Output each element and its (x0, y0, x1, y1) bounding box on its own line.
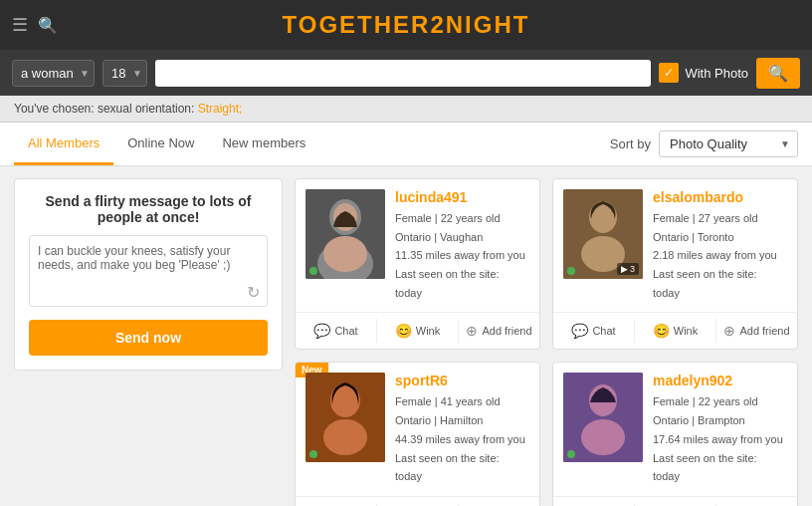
member-details: Female | 41 years old Ontario | Hamilton… (395, 392, 529, 485)
member-details: Female | 22 years old Ontario | Brampton… (653, 392, 787, 485)
svg-point-9 (330, 383, 360, 417)
tab-new-members[interactable]: New members (208, 123, 319, 165)
gender-select-wrap: a woman a man ▼ (12, 60, 95, 87)
video-count: 3 (630, 264, 635, 274)
main-content: Send a flirty message to lots of people … (0, 166, 812, 506)
add-friend-button[interactable]: ⊕ Add friend (716, 319, 797, 343)
member-card-top: madelyn902 Female | 22 years old Ontario… (553, 363, 797, 495)
members-grid: lucinda491 Female | 22 years old Ontario… (295, 178, 798, 506)
member-name[interactable]: lucinda491 (395, 189, 529, 205)
sort-select[interactable]: Photo Quality Last seen Distance New mem… (659, 130, 798, 157)
with-photo-label: With Photo (685, 66, 748, 81)
add-friend-label: Add friend (482, 325, 531, 337)
member-distance: 44.39 miles away from you (395, 430, 529, 449)
member-photo (305, 373, 385, 462)
svg-point-13 (581, 419, 625, 455)
member-card: madelyn902 Female | 22 years old Ontario… (552, 362, 798, 506)
left-panel: Send a flirty message to lots of people … (14, 178, 283, 506)
member-info: lucinda491 Female | 22 years old Ontario… (395, 189, 529, 302)
member-info: madelyn902 Female | 22 years old Ontario… (653, 373, 787, 485)
member-last-seen: Last seen on the site: (395, 265, 529, 284)
member-photo (305, 189, 385, 279)
tabs-row: All Members Online Now New members Sort … (0, 123, 812, 166)
member-detail-line2: Ontario | Hamilton (395, 411, 529, 430)
member-actions: 💬 Chat 😊 Wink ⊕ Add friend (296, 312, 539, 349)
refresh-message-button[interactable]: ↻ (247, 283, 260, 302)
tab-online-now[interactable]: Online Now (113, 123, 208, 165)
chat-button[interactable]: 💬 Chat (296, 319, 377, 343)
member-card: New sportR6 Female | 41 years old On (295, 362, 540, 506)
member-details: Female | 27 years old Ontario | Toronto … (653, 209, 787, 302)
member-actions: 💬 Chat 😊 Wink ⊕ Add friend (553, 312, 797, 349)
member-last-seen: Last seen on the site: (395, 449, 529, 468)
member-photo: ▶ 3 (563, 189, 643, 279)
orientation-prefix: You've chosen: sexual orientation: (14, 102, 194, 116)
member-name[interactable]: elsalombardo (653, 189, 787, 205)
member-card-top: ▶ 3 elsalombardo Female | 27 years old O… (553, 179, 797, 312)
member-last-seen: Last seen on the site: (653, 265, 787, 284)
chat-icon: 💬 (313, 323, 330, 339)
video-icon: ▶ (621, 264, 628, 274)
chat-button[interactable]: 💬 Chat (553, 319, 635, 343)
send-now-button[interactable]: Send now (29, 320, 268, 356)
send-message-title: Send a flirty message to lots of people … (29, 193, 268, 225)
message-textarea[interactable]: I can buckle your knees, satisfy your ne… (29, 235, 268, 307)
member-detail-line1: Female | 22 years old (395, 209, 529, 228)
logo-text: TOGETHER (283, 11, 431, 38)
search-bar: a woman a man ▼ 18192021 ▼ ✓ With Photo … (0, 50, 812, 96)
search-button[interactable]: 🔍 (756, 58, 800, 89)
member-distance: 2.18 miles away from you (653, 246, 787, 265)
member-name[interactable]: madelyn902 (653, 373, 787, 388)
sort-wrap: Sort by Photo Quality Last seen Distance… (610, 130, 798, 157)
member-card-top: lucinda491 Female | 22 years old Ontario… (296, 179, 539, 312)
member-last-seen-time: today (395, 284, 529, 303)
header: ☰ 🔍 TOGETHER2NIGHT (0, 0, 812, 50)
header-search-icon[interactable]: 🔍 (38, 16, 58, 35)
logo-accent: 2NIGHT (430, 11, 529, 38)
wink-icon: 😊 (653, 323, 670, 339)
age-select[interactable]: 18192021 (102, 60, 147, 87)
member-info: elsalombardo Female | 27 years old Ontar… (653, 189, 787, 302)
search-input[interactable] (155, 60, 651, 87)
member-detail-line2: Ontario | Vaughan (395, 228, 529, 247)
wink-label: Wink (416, 325, 440, 337)
member-detail-line1: Female | 41 years old (395, 392, 529, 411)
add-friend-label: Add friend (739, 325, 789, 337)
with-photo-checkbox[interactable]: ✓ (659, 63, 679, 83)
video-badge: ▶ 3 (617, 263, 639, 275)
logo: TOGETHER2NIGHT (283, 11, 530, 39)
member-last-seen-time: today (653, 467, 787, 486)
tabs: All Members Online Now New members (14, 123, 319, 165)
tab-all-members[interactable]: All Members (14, 123, 113, 165)
orientation-link[interactable]: Straight; (198, 102, 243, 116)
member-detail-line2: Ontario | Brampton (653, 411, 787, 430)
photo-silhouette (305, 373, 385, 462)
menu-icon[interactable]: ☰ (12, 14, 28, 36)
svg-point-10 (323, 419, 367, 455)
gender-select[interactable]: a woman a man (12, 60, 95, 87)
send-message-card: Send a flirty message to lots of people … (14, 178, 283, 371)
member-actions: 💬 Chat 😊 Wink ⊕ Add friend (553, 496, 797, 506)
online-indicator (309, 267, 317, 275)
member-card: ▶ 3 elsalombardo Female | 27 years old O… (552, 178, 798, 350)
member-distance: 17.64 miles away from you (653, 430, 787, 449)
sort-select-wrap: Photo Quality Last seen Distance New mem… (659, 130, 798, 157)
chat-label: Chat (592, 325, 615, 337)
wink-label: Wink (674, 325, 698, 337)
photo-silhouette (305, 189, 385, 279)
member-actions: 💬 Chat 😊 Wink ⊕ Add friend (296, 496, 539, 506)
svg-point-6 (589, 201, 617, 233)
member-last-seen: Last seen on the site: (653, 449, 787, 468)
add-friend-button[interactable]: ⊕ Add friend (459, 319, 539, 343)
wink-button[interactable]: 😊 Wink (635, 319, 716, 343)
member-last-seen-time: today (395, 467, 529, 486)
orientation-bar: You've chosen: sexual orientation: Strai… (0, 96, 812, 123)
member-details: Female | 22 years old Ontario | Vaughan … (395, 209, 529, 302)
wink-button[interactable]: 😊 Wink (377, 319, 459, 343)
header-left: ☰ 🔍 (12, 14, 58, 36)
member-info: sportR6 Female | 41 years old Ontario | … (395, 373, 529, 485)
member-detail-line2: Ontario | Toronto (653, 228, 787, 247)
member-name[interactable]: sportR6 (395, 373, 529, 388)
add-friend-icon: ⊕ (723, 323, 735, 339)
member-last-seen-time: today (653, 284, 787, 303)
